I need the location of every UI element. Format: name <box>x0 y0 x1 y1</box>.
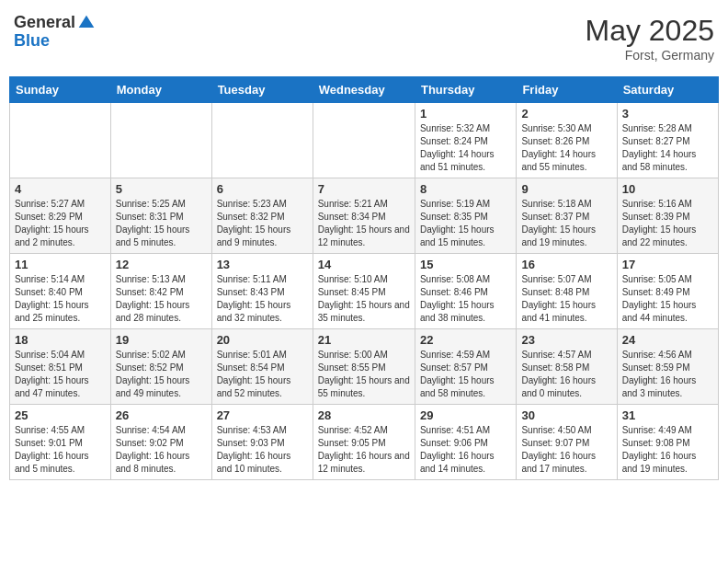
calendar-cell: 17Sunrise: 5:05 AMSunset: 8:49 PMDayligh… <box>617 254 718 329</box>
day-info: Sunrise: 4:56 AMSunset: 8:59 PMDaylight:… <box>622 349 713 400</box>
day-number: 16 <box>521 258 611 271</box>
calendar-header-wednesday: Wednesday <box>313 77 415 103</box>
day-number: 28 <box>318 408 410 422</box>
day-number: 18 <box>15 333 106 347</box>
day-number: 13 <box>217 258 308 271</box>
calendar-cell: 2Sunrise: 5:30 AMSunset: 8:26 PMDaylight… <box>517 103 617 178</box>
day-info: Sunrise: 5:02 AMSunset: 8:52 PMDaylight:… <box>116 349 207 400</box>
day-info: Sunrise: 4:57 AMSunset: 8:58 PMDaylight:… <box>521 349 611 400</box>
day-number: 23 <box>521 333 611 347</box>
calendar-week-row: 4Sunrise: 5:27 AMSunset: 8:29 PMDaylight… <box>10 178 719 254</box>
calendar-week-row: 18Sunrise: 5:04 AMSunset: 8:51 PMDayligh… <box>10 329 719 405</box>
calendar-header-friday: Friday <box>517 77 617 103</box>
day-info: Sunrise: 5:23 AMSunset: 8:32 PMDaylight:… <box>217 198 308 249</box>
day-info: Sunrise: 4:51 AMSunset: 9:06 PMDaylight:… <box>420 424 511 476</box>
day-number: 20 <box>217 333 308 347</box>
day-info: Sunrise: 5:28 AMSunset: 8:27 PMDaylight:… <box>622 122 713 174</box>
calendar-cell <box>211 103 313 178</box>
calendar-week-row: 25Sunrise: 4:55 AMSunset: 9:01 PMDayligh… <box>10 405 719 480</box>
calendar-cell: 24Sunrise: 4:56 AMSunset: 8:59 PMDayligh… <box>617 329 718 405</box>
day-number: 2 <box>521 107 611 121</box>
calendar-cell: 29Sunrise: 4:51 AMSunset: 9:06 PMDayligh… <box>415 405 516 480</box>
calendar-cell: 26Sunrise: 4:54 AMSunset: 9:02 PMDayligh… <box>110 405 211 480</box>
day-info: Sunrise: 5:08 AMSunset: 8:46 PMDaylight:… <box>420 273 511 325</box>
calendar-cell: 18Sunrise: 5:04 AMSunset: 8:51 PMDayligh… <box>10 329 111 405</box>
calendar-header-thursday: Thursday <box>415 77 516 103</box>
day-info: Sunrise: 4:53 AMSunset: 9:03 PMDaylight:… <box>217 424 308 476</box>
calendar-cell: 9Sunrise: 5:18 AMSunset: 8:37 PMDaylight… <box>517 178 617 254</box>
calendar-header-sunday: Sunday <box>10 77 111 103</box>
day-number: 12 <box>116 258 207 271</box>
calendar-cell: 19Sunrise: 5:02 AMSunset: 8:52 PMDayligh… <box>110 329 211 405</box>
day-info: Sunrise: 5:04 AMSunset: 8:51 PMDaylight:… <box>15 349 106 400</box>
calendar-cell: 8Sunrise: 5:19 AMSunset: 8:35 PMDaylight… <box>415 178 516 254</box>
calendar-cell: 27Sunrise: 4:53 AMSunset: 9:03 PMDayligh… <box>211 405 313 480</box>
day-number: 27 <box>217 408 308 422</box>
day-number: 1 <box>420 107 511 121</box>
calendar-cell: 10Sunrise: 5:16 AMSunset: 8:39 PMDayligh… <box>617 178 718 254</box>
day-info: Sunrise: 5:14 AMSunset: 8:40 PMDaylight:… <box>15 273 106 325</box>
day-info: Sunrise: 5:16 AMSunset: 8:39 PMDaylight:… <box>622 198 713 249</box>
day-number: 7 <box>318 182 410 196</box>
calendar-cell: 11Sunrise: 5:14 AMSunset: 8:40 PMDayligh… <box>10 254 111 329</box>
calendar-cell: 28Sunrise: 4:52 AMSunset: 9:05 PMDayligh… <box>313 405 415 480</box>
calendar-header-monday: Monday <box>110 77 211 103</box>
calendar-cell: 30Sunrise: 4:50 AMSunset: 9:07 PMDayligh… <box>517 405 617 480</box>
logo-general: General <box>14 14 96 32</box>
calendar-cell: 31Sunrise: 4:49 AMSunset: 9:08 PMDayligh… <box>617 405 718 480</box>
logo: General Blue <box>14 14 96 51</box>
day-info: Sunrise: 5:11 AMSunset: 8:43 PMDaylight:… <box>217 273 308 325</box>
calendar-cell: 13Sunrise: 5:11 AMSunset: 8:43 PMDayligh… <box>211 254 313 329</box>
day-info: Sunrise: 5:30 AMSunset: 8:26 PMDaylight:… <box>521 122 611 174</box>
day-number: 5 <box>116 182 207 196</box>
day-number: 31 <box>622 408 713 422</box>
page-header: General Blue May 2025 Forst, Germany <box>9 9 719 67</box>
calendar-cell: 21Sunrise: 5:00 AMSunset: 8:55 PMDayligh… <box>313 329 415 405</box>
day-number: 4 <box>15 182 106 196</box>
calendar-cell: 12Sunrise: 5:13 AMSunset: 8:42 PMDayligh… <box>110 254 211 329</box>
calendar-cell: 5Sunrise: 5:25 AMSunset: 8:31 PMDaylight… <box>110 178 211 254</box>
day-number: 30 <box>521 408 611 422</box>
calendar-cell: 14Sunrise: 5:10 AMSunset: 8:45 PMDayligh… <box>313 254 415 329</box>
title-section: May 2025 Forst, Germany <box>585 14 714 63</box>
calendar-cell: 1Sunrise: 5:32 AMSunset: 8:24 PMDaylight… <box>415 103 516 178</box>
calendar-cell: 4Sunrise: 5:27 AMSunset: 8:29 PMDaylight… <box>10 178 111 254</box>
day-info: Sunrise: 5:01 AMSunset: 8:54 PMDaylight:… <box>217 349 308 400</box>
calendar-cell: 22Sunrise: 4:59 AMSunset: 8:57 PMDayligh… <box>415 329 516 405</box>
day-number: 15 <box>420 258 511 271</box>
calendar-cell: 3Sunrise: 5:28 AMSunset: 8:27 PMDaylight… <box>617 103 718 178</box>
day-info: Sunrise: 5:10 AMSunset: 8:45 PMDaylight:… <box>318 273 410 325</box>
day-info: Sunrise: 5:25 AMSunset: 8:31 PMDaylight:… <box>116 198 207 249</box>
day-info: Sunrise: 5:21 AMSunset: 8:34 PMDaylight:… <box>318 198 410 249</box>
calendar-cell: 16Sunrise: 5:07 AMSunset: 8:48 PMDayligh… <box>517 254 617 329</box>
calendar-week-row: 11Sunrise: 5:14 AMSunset: 8:40 PMDayligh… <box>10 254 719 329</box>
day-number: 19 <box>116 333 207 347</box>
day-number: 21 <box>318 333 410 347</box>
day-info: Sunrise: 5:18 AMSunset: 8:37 PMDaylight:… <box>521 198 611 249</box>
day-info: Sunrise: 4:49 AMSunset: 9:08 PMDaylight:… <box>622 424 713 476</box>
logo-text: General Blue <box>14 14 96 51</box>
day-info: Sunrise: 4:59 AMSunset: 8:57 PMDaylight:… <box>420 349 511 400</box>
calendar-cell: 20Sunrise: 5:01 AMSunset: 8:54 PMDayligh… <box>211 329 313 405</box>
day-info: Sunrise: 4:55 AMSunset: 9:01 PMDaylight:… <box>15 424 106 476</box>
day-info: Sunrise: 4:50 AMSunset: 9:07 PMDaylight:… <box>521 424 611 476</box>
day-number: 22 <box>420 333 511 347</box>
day-number: 9 <box>521 182 611 196</box>
calendar-cell: 25Sunrise: 4:55 AMSunset: 9:01 PMDayligh… <box>10 405 111 480</box>
day-number: 29 <box>420 408 511 422</box>
calendar-table: SundayMondayTuesdayWednesdayThursdayFrid… <box>9 76 719 480</box>
logo-blue: Blue <box>14 32 96 51</box>
day-info: Sunrise: 5:00 AMSunset: 8:55 PMDaylight:… <box>318 349 410 400</box>
calendar-header-row: SundayMondayTuesdayWednesdayThursdayFrid… <box>10 77 719 103</box>
calendar-cell <box>10 103 111 178</box>
day-number: 14 <box>318 258 410 271</box>
day-number: 11 <box>15 258 106 271</box>
calendar-cell <box>110 103 211 178</box>
day-number: 3 <box>622 107 713 121</box>
day-info: Sunrise: 5:13 AMSunset: 8:42 PMDaylight:… <box>116 273 207 325</box>
calendar-body: 1Sunrise: 5:32 AMSunset: 8:24 PMDaylight… <box>10 103 719 480</box>
day-number: 26 <box>116 408 207 422</box>
calendar-cell: 6Sunrise: 5:23 AMSunset: 8:32 PMDaylight… <box>211 178 313 254</box>
logo-icon <box>77 14 96 32</box>
calendar-cell: 23Sunrise: 4:57 AMSunset: 8:58 PMDayligh… <box>517 329 617 405</box>
